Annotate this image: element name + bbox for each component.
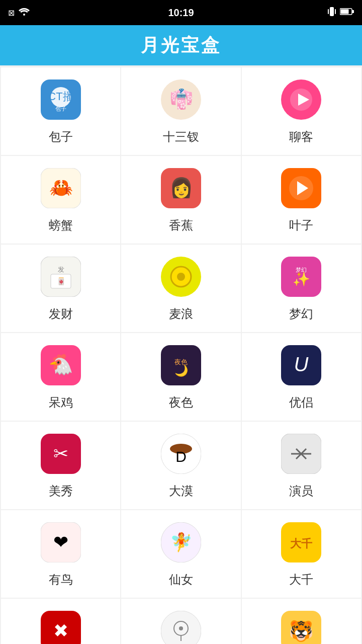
app-cell-laohu[interactable]: 🐯老虎 bbox=[242, 599, 361, 644]
status-right-icons bbox=[328, 6, 354, 20]
svg-text:✖: ✖ bbox=[53, 620, 68, 641]
wifi-icon bbox=[19, 8, 30, 18]
svg-text:🐯: 🐯 bbox=[289, 619, 314, 643]
page-title: 月光宝盒 bbox=[141, 33, 221, 58]
vibrate-icon bbox=[328, 6, 336, 20]
svg-text:🦀: 🦀 bbox=[49, 176, 73, 199]
svg-text:✂: ✂ bbox=[53, 443, 68, 464]
svg-text:❤: ❤ bbox=[53, 532, 68, 552]
app-icon-yanyuan bbox=[281, 434, 321, 476]
svg-rect-3 bbox=[335, 9, 336, 14]
svg-text:👘: 👘 bbox=[169, 88, 193, 111]
app-icon-xiannv: 🧚 bbox=[161, 522, 201, 565]
app-icon-chujiu: 🐔 bbox=[41, 345, 81, 387]
svg-text:大千: 大千 bbox=[290, 537, 313, 550]
svg-text:U: U bbox=[294, 353, 309, 375]
app-cell-pangxie[interactable]: 🦀螃蟹 bbox=[1, 156, 120, 244]
app-cell-liaoke[interactable]: 聊客 bbox=[242, 67, 361, 155]
app-cell-shisanchai[interactable]: 👘十三钗 bbox=[121, 67, 240, 155]
svg-text:🐔: 🐔 bbox=[48, 352, 73, 376]
svg-rect-1 bbox=[330, 7, 334, 16]
app-cell-xiannv[interactable]: 🧚仙女 bbox=[121, 510, 240, 598]
app-label-yese: 夜色 bbox=[169, 394, 193, 411]
app-icon-liaoke bbox=[281, 79, 321, 122]
app-icon-shisanchai: 👘 bbox=[161, 79, 201, 122]
app-cell-liangdian[interactable]: ✖亮点 bbox=[1, 599, 120, 644]
app-label-chujiu: 呆鸡 bbox=[49, 394, 73, 411]
app-label-pangxie: 螃蟹 bbox=[49, 217, 73, 233]
app-icon-daqian: 大千 bbox=[281, 522, 321, 565]
app-grid: CT播包子包子👘十三钗聊客🦀螃蟹👩香蕉叶子发🀄发财麦浪梦幻✨梦幻🐔呆鸡夜色🌙夜色… bbox=[0, 67, 362, 644]
app-label-shisanchai: 十三钗 bbox=[163, 129, 199, 145]
app-icon-facai: 发🀄 bbox=[41, 257, 81, 299]
app-label-baozi: 包子 bbox=[49, 129, 73, 145]
svg-text:包子: 包子 bbox=[55, 106, 66, 112]
app-cell-mailang[interactable]: 麦浪 bbox=[121, 245, 240, 332]
app-label-youpei: 优侣 bbox=[289, 394, 313, 411]
header: 月光宝盒 bbox=[0, 25, 362, 65]
svg-rect-5 bbox=[341, 9, 349, 14]
app-cell-damo[interactable]: D大漠 bbox=[121, 422, 240, 509]
app-icon-youniao: ❤ bbox=[41, 522, 81, 565]
app-icon-laohu: 🐯 bbox=[281, 611, 321, 644]
app-cell-daqian[interactable]: 大千大千 bbox=[242, 510, 361, 598]
app-cell-youniao[interactable]: ❤有鸟 bbox=[1, 510, 120, 598]
app-cell-menghuan[interactable]: 梦幻✨梦幻 bbox=[242, 245, 361, 332]
app-cell-youpei[interactable]: U优侣 bbox=[242, 333, 361, 421]
app-cell-xiangjiao[interactable]: 👩香蕉 bbox=[121, 156, 240, 244]
app-cell-chujiu[interactable]: 🐔呆鸡 bbox=[1, 333, 120, 421]
app-label-yanyuan: 演员 bbox=[289, 483, 313, 499]
svg-rect-6 bbox=[352, 10, 354, 13]
app-icon-liangdian: ✖ bbox=[41, 611, 81, 644]
app-cell-facai[interactable]: 发🀄发财 bbox=[1, 245, 120, 332]
status-left-icons: ⊠ bbox=[8, 8, 30, 18]
app-label-xiannv: 仙女 bbox=[169, 572, 193, 588]
svg-point-29 bbox=[177, 273, 185, 281]
app-icon-xiangjiao: 👩 bbox=[161, 168, 201, 210]
app-label-meixiu: 美秀 bbox=[49, 483, 73, 499]
status-time: 10:19 bbox=[168, 7, 194, 19]
app-label-youniao: 有鸟 bbox=[49, 572, 73, 588]
app-icon-shiting bbox=[161, 611, 201, 644]
svg-text:🀄: 🀄 bbox=[56, 277, 65, 286]
svg-text:D: D bbox=[175, 448, 187, 465]
app-cell-yezi[interactable]: 叶子 bbox=[242, 156, 361, 244]
svg-text:🌙: 🌙 bbox=[174, 364, 188, 377]
app-icon-menghuan: 梦幻✨ bbox=[281, 257, 321, 299]
app-label-facai: 发财 bbox=[49, 306, 73, 322]
svg-rect-2 bbox=[328, 9, 329, 14]
svg-text:👩: 👩 bbox=[169, 176, 193, 199]
battery-icon bbox=[340, 8, 354, 18]
app-icon-yezi bbox=[281, 168, 321, 210]
app-label-menghuan: 梦幻 bbox=[289, 306, 313, 322]
svg-point-0 bbox=[23, 14, 25, 16]
app-icon-mailang bbox=[161, 257, 201, 299]
app-icon-pangxie: 🦀 bbox=[41, 168, 81, 210]
app-label-yezi: 叶子 bbox=[289, 217, 313, 233]
app-cell-shiting[interactable]: 视听 bbox=[121, 599, 240, 644]
svg-text:🧚: 🧚 bbox=[169, 531, 192, 553]
app-icon-baozi: CT播包子 bbox=[41, 79, 81, 122]
app-label-mailang: 麦浪 bbox=[169, 306, 193, 322]
signal-icon: ⊠ bbox=[8, 8, 15, 18]
app-icon-youpei: U bbox=[281, 345, 321, 387]
app-cell-meixiu[interactable]: ✂美秀 bbox=[1, 422, 120, 509]
app-label-daqian: 大千 bbox=[289, 572, 313, 588]
app-icon-damo: D bbox=[161, 434, 201, 476]
app-icon-yese: 夜色🌙 bbox=[161, 345, 201, 387]
status-bar: ⊠ 10:19 bbox=[0, 0, 362, 25]
svg-text:CT播: CT播 bbox=[48, 90, 73, 103]
app-icon-meixiu: ✂ bbox=[41, 434, 81, 476]
app-label-liaoke: 聊客 bbox=[289, 129, 313, 145]
svg-point-59 bbox=[179, 626, 183, 630]
app-label-damo: 大漠 bbox=[169, 483, 193, 499]
app-grid-container: CT播包子包子👘十三钗聊客🦀螃蟹👩香蕉叶子发🀄发财麦浪梦幻✨梦幻🐔呆鸡夜色🌙夜色… bbox=[0, 65, 362, 644]
app-cell-yese[interactable]: 夜色🌙夜色 bbox=[121, 333, 240, 421]
app-cell-baozi[interactable]: CT播包子包子 bbox=[1, 67, 120, 155]
svg-text:✨: ✨ bbox=[293, 271, 310, 287]
app-cell-yanyuan[interactable]: 演员 bbox=[242, 422, 361, 509]
svg-text:发: 发 bbox=[57, 266, 64, 273]
app-label-xiangjiao: 香蕉 bbox=[169, 217, 193, 233]
